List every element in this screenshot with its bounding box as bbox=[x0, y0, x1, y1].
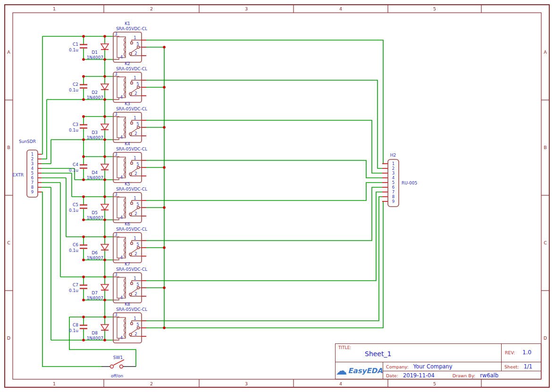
title-block-info: Company: Your Company Sheet: 1/1 Date: 2… bbox=[383, 362, 541, 379]
connector-h2[interactable]: 123456789H2RU-005 bbox=[382, 153, 417, 207]
pin-number: 3 bbox=[115, 72, 117, 76]
pin-number: 6 bbox=[392, 185, 395, 190]
capacitor-C8[interactable]: C80.1u bbox=[69, 323, 87, 333]
junction-dot bbox=[82, 155, 85, 158]
wire[interactable] bbox=[146, 197, 382, 321]
pin-number: 5 bbox=[136, 322, 139, 327]
junction-dot bbox=[82, 115, 85, 118]
wire[interactable] bbox=[146, 187, 382, 241]
pin-number: 1 bbox=[134, 35, 136, 40]
pin-number: 4 bbox=[120, 175, 123, 180]
switch-terminal bbox=[110, 365, 114, 368]
junction-dot bbox=[163, 326, 166, 329]
wire[interactable] bbox=[146, 40, 383, 164]
connector-extr[interactable]: 123456789SunSDREXTR bbox=[13, 139, 42, 197]
capacitor-C1[interactable]: C10.1u bbox=[69, 42, 87, 52]
company-value[interactable]: Your Company bbox=[413, 363, 453, 370]
pin-number: 8 bbox=[392, 194, 395, 199]
switch-SW1[interactable]: SW1off/on bbox=[101, 355, 136, 378]
cap-value-label: 0.1u bbox=[69, 288, 78, 293]
pin-number: 1 bbox=[134, 196, 136, 200]
pin-number: 5 bbox=[136, 122, 139, 126]
wire[interactable] bbox=[146, 183, 382, 200]
pin-number: 5 bbox=[136, 242, 139, 247]
logo-text: EasyEDA bbox=[348, 367, 382, 375]
junction-dot bbox=[103, 195, 106, 198]
diode-triangle bbox=[101, 84, 109, 90]
date-value[interactable]: 2019-11-04 bbox=[403, 372, 435, 379]
cap-ref-label: C7 bbox=[73, 283, 78, 287]
junction-dot bbox=[103, 299, 106, 301]
outer-border bbox=[5, 5, 549, 387]
wire[interactable] bbox=[164, 201, 383, 328]
pin-number: 2 bbox=[31, 157, 34, 161]
contact-circle bbox=[137, 167, 140, 169]
contact-circle bbox=[137, 126, 140, 129]
diode-D8[interactable]: D81N4007 bbox=[87, 325, 109, 341]
relay-K7[interactable]: K7SRA-05VDC-CL34152 bbox=[113, 262, 147, 303]
relay-K4[interactable]: K4SRA-05VDC-CL34152 bbox=[113, 142, 147, 183]
wires[interactable] bbox=[42, 36, 383, 367]
diode-D5[interactable]: D51N4007 bbox=[87, 204, 109, 220]
pin-number: 1 bbox=[134, 156, 136, 160]
relay-K3[interactable]: K3SRA-05VDC-CL34152 bbox=[113, 101, 147, 142]
capacitor-C7[interactable]: C70.1u bbox=[69, 283, 87, 293]
pin-number: 9 bbox=[31, 190, 34, 194]
frame-column-label: 5 bbox=[433, 6, 436, 11]
relay-K6[interactable]: K6SRA-05VDC-CL34152 bbox=[113, 222, 147, 263]
frame-row-label: B bbox=[544, 145, 547, 150]
diode-D2[interactable]: D21N4007 bbox=[87, 84, 109, 100]
date-row: Date: 2019-11-04 Drawn By: rw6alb bbox=[383, 371, 541, 380]
drawn-by-value[interactable]: rw6alb bbox=[480, 372, 498, 379]
frame-row-label: D bbox=[544, 335, 547, 341]
relay-K2[interactable]: K2SRA-05VDC-CL34152 bbox=[113, 61, 147, 102]
capacitor-C5[interactable]: C50.1u bbox=[69, 202, 87, 213]
pin-number: 2 bbox=[134, 171, 137, 176]
frame-column-label: 3 bbox=[245, 381, 248, 386]
title-block: TITLE: Sheet_1 REV: 1.0 ☁ EasyEDA Compan… bbox=[335, 343, 541, 379]
capacitor-C4[interactable]: C40.1u bbox=[69, 162, 87, 173]
relay-K1[interactable]: K1SRA-05VDC-CL34152 bbox=[113, 21, 147, 62]
diode-triangle bbox=[101, 164, 109, 170]
relay-K8[interactable]: K8SRA-05VDC-CL34152 bbox=[113, 302, 147, 343]
diode-D3[interactable]: D31N4007 bbox=[87, 124, 109, 140]
junction-dot bbox=[82, 218, 85, 221]
junction-dot bbox=[103, 178, 106, 181]
wire[interactable] bbox=[146, 192, 382, 281]
wire[interactable] bbox=[146, 120, 382, 173]
diode-part-label: 1N4007 bbox=[87, 296, 103, 300]
pin-number: 2 bbox=[134, 91, 137, 96]
contact-circle bbox=[129, 93, 132, 95]
contact-circle bbox=[129, 253, 132, 256]
junction-dot bbox=[82, 35, 85, 38]
frame-column-label: 1 bbox=[53, 6, 56, 11]
cap-value-label: 0.1u bbox=[69, 128, 78, 133]
frame-row-label: A bbox=[544, 50, 547, 55]
diode-D1[interactable]: D11N4007 bbox=[87, 44, 109, 60]
connector-name-label: H2 bbox=[390, 153, 396, 158]
relay-K5[interactable]: K5SRA-05VDC-CL34152 bbox=[113, 182, 147, 223]
relay-ref-label: K5 bbox=[125, 182, 130, 186]
easyeda-logo: ☁ EasyEDA bbox=[336, 362, 383, 379]
rev-value[interactable]: 1.0 bbox=[522, 349, 531, 356]
pin-number: 6 bbox=[31, 175, 34, 180]
diode-D7[interactable]: D71N4007 bbox=[87, 284, 109, 300]
diode-part-label: 1N4007 bbox=[87, 256, 103, 260]
relay-ref-label: K1 bbox=[125, 21, 130, 26]
junction-dot bbox=[82, 275, 85, 278]
junction-dot bbox=[103, 316, 106, 318]
capacitor-C2[interactable]: C20.1u bbox=[69, 82, 87, 92]
sheet-title[interactable]: Sheet_1 bbox=[365, 350, 391, 358]
junction-dot bbox=[82, 98, 85, 101]
junction-dot bbox=[163, 286, 166, 289]
sheet-value[interactable]: 1/1 bbox=[524, 363, 533, 370]
wire[interactable] bbox=[146, 80, 382, 168]
pin-number: 1 bbox=[134, 75, 136, 80]
diode-D6[interactable]: D61N4007 bbox=[87, 244, 109, 260]
diode-D4[interactable]: D41N4007 bbox=[87, 164, 109, 180]
wire[interactable] bbox=[146, 160, 382, 178]
capacitor-C3[interactable]: C30.1u bbox=[69, 122, 87, 133]
contact-circle bbox=[129, 173, 132, 175]
pin-number: 3 bbox=[31, 161, 34, 166]
capacitor-C6[interactable]: C60.1u bbox=[69, 242, 87, 253]
